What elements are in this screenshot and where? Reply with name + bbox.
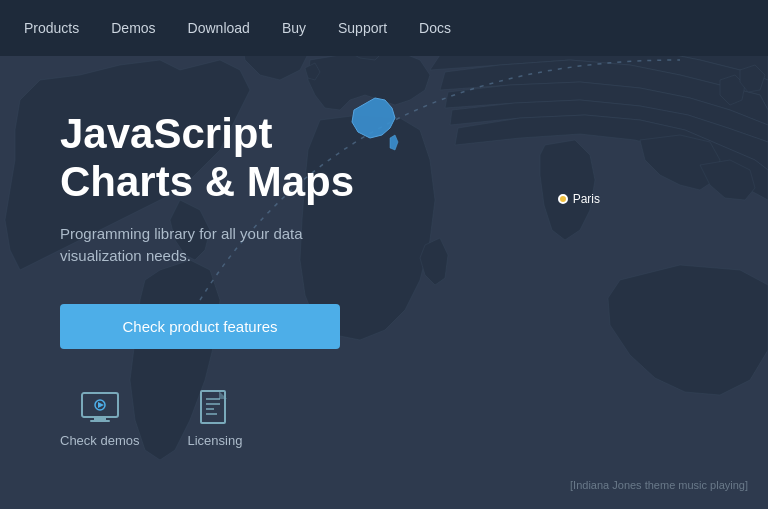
cta-button[interactable]: Check product features: [60, 304, 340, 349]
monitor-icon: [78, 389, 122, 425]
document-icon: [193, 389, 237, 425]
licensing-link[interactable]: Licensing: [187, 389, 242, 448]
check-demos-label: Check demos: [60, 433, 139, 448]
svg-marker-6: [98, 402, 104, 408]
navbar: AMCHARTS Products Demos Download Buy: [0, 0, 768, 56]
paris-text: Paris: [573, 192, 600, 206]
nav-item-buy[interactable]: Buy: [282, 19, 306, 37]
check-demos-link[interactable]: Check demos: [60, 389, 139, 448]
nav-link-buy[interactable]: Buy: [282, 20, 306, 36]
nav-item-download[interactable]: Download: [188, 19, 250, 37]
nav-link-docs[interactable]: Docs: [419, 20, 451, 36]
svg-rect-3: [94, 417, 106, 420]
nav-item-products[interactable]: Products: [24, 19, 79, 37]
hero-title: JavaScript Charts & Maps: [60, 110, 354, 207]
hero-section: Paris AMCHARTS Products Demos Download: [0, 0, 768, 509]
nav-link-demos[interactable]: Demos: [111, 20, 155, 36]
nav-link-products[interactable]: Products: [24, 20, 79, 36]
bottom-links: Check demos Licensing: [60, 389, 354, 448]
nav-item-demos[interactable]: Demos: [111, 19, 155, 37]
hero-content: JavaScript Charts & Maps Programming lib…: [60, 110, 354, 448]
paris-label: Paris: [558, 192, 600, 206]
nav-item-support[interactable]: Support: [338, 19, 387, 37]
hero-subtitle: Programming library for all your data vi…: [60, 223, 340, 268]
licensing-label: Licensing: [187, 433, 242, 448]
nav-item-docs[interactable]: Docs: [419, 19, 451, 37]
nav-link-download[interactable]: Download: [188, 20, 250, 36]
nav-link-support[interactable]: Support: [338, 20, 387, 36]
indiana-note: [Indiana Jones theme music playing]: [570, 479, 748, 491]
svg-rect-4: [90, 420, 110, 422]
paris-dot: [558, 194, 568, 204]
nav-links: Products Demos Download Buy Support Docs: [0, 0, 768, 56]
